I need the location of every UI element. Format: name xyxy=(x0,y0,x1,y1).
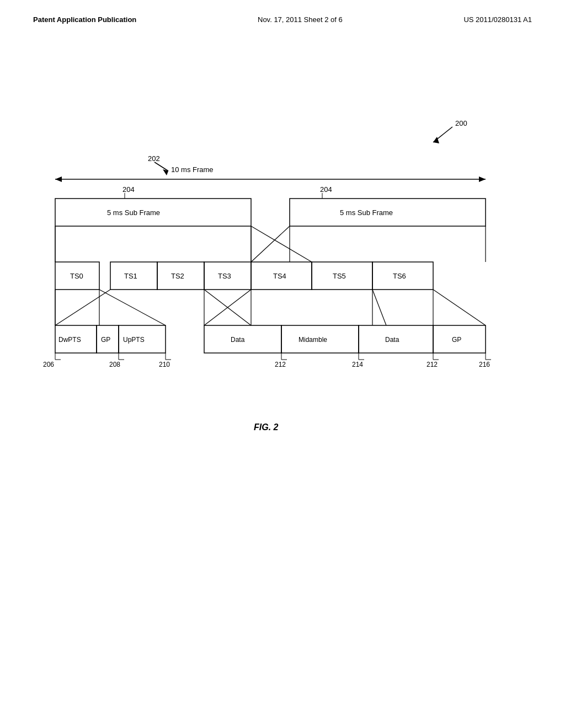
svg-text:5 ms Sub Frame: 5 ms Sub Frame xyxy=(107,208,160,217)
svg-text:212: 212 xyxy=(427,361,438,368)
header-left: Patent Application Publication xyxy=(33,15,136,24)
header-right: US 2011/0280131 A1 xyxy=(463,15,532,24)
svg-text:TS5: TS5 xyxy=(333,272,346,280)
svg-text:TS4: TS4 xyxy=(273,272,286,280)
svg-text:Data: Data xyxy=(385,336,399,344)
svg-rect-36 xyxy=(312,262,372,290)
svg-rect-53 xyxy=(55,325,97,353)
svg-line-43 xyxy=(99,290,166,325)
svg-marker-8 xyxy=(55,176,62,182)
svg-rect-55 xyxy=(97,325,119,353)
svg-rect-34 xyxy=(251,262,312,290)
svg-text:GP: GP xyxy=(101,336,110,344)
svg-text:214: 214 xyxy=(352,361,363,368)
svg-text:204: 204 xyxy=(122,185,135,194)
svg-text:Data: Data xyxy=(231,336,245,344)
svg-rect-61 xyxy=(281,325,359,353)
svg-marker-1 xyxy=(433,137,439,143)
svg-text:TS1: TS1 xyxy=(124,272,137,280)
svg-text:TS6: TS6 xyxy=(393,272,406,280)
svg-text:212: 212 xyxy=(275,361,286,368)
svg-text:DwPTS: DwPTS xyxy=(58,336,81,344)
svg-line-24 xyxy=(251,226,312,262)
svg-text:Midamble: Midamble xyxy=(299,336,327,344)
svg-text:200: 200 xyxy=(455,119,467,127)
svg-text:216: 216 xyxy=(479,361,490,368)
svg-rect-63 xyxy=(359,325,433,353)
svg-rect-32 xyxy=(204,262,251,290)
svg-rect-16 xyxy=(290,199,486,226)
svg-text:10 ms Frame: 10 ms Frame xyxy=(171,165,214,174)
svg-rect-30 xyxy=(157,262,204,290)
svg-text:5 ms Sub Frame: 5 ms Sub Frame xyxy=(340,208,393,217)
svg-line-47 xyxy=(204,290,251,325)
svg-text:206: 206 xyxy=(43,361,54,368)
svg-text:GP: GP xyxy=(452,336,461,344)
svg-line-44 xyxy=(55,290,110,325)
svg-text:TS3: TS3 xyxy=(218,272,231,280)
svg-marker-5 xyxy=(163,169,168,175)
svg-text:UpPTS: UpPTS xyxy=(123,336,145,344)
svg-rect-59 xyxy=(204,325,281,353)
svg-marker-9 xyxy=(479,176,486,182)
svg-line-4 xyxy=(154,162,168,171)
header-center: Nov. 17, 2011 Sheet 2 of 6 xyxy=(258,15,343,24)
svg-rect-65 xyxy=(433,325,486,353)
svg-line-49 xyxy=(372,290,386,325)
svg-text:TS0: TS0 xyxy=(70,272,83,280)
svg-text:210: 210 xyxy=(159,361,170,368)
svg-rect-14 xyxy=(55,199,251,226)
svg-rect-38 xyxy=(372,262,433,290)
svg-line-25 xyxy=(251,226,290,262)
svg-text:202: 202 xyxy=(148,154,160,163)
svg-line-0 xyxy=(433,127,452,142)
svg-rect-26 xyxy=(55,262,99,290)
svg-text:TS2: TS2 xyxy=(171,272,184,280)
svg-line-48 xyxy=(204,290,251,325)
svg-text:204: 204 xyxy=(320,185,332,194)
svg-text:208: 208 xyxy=(109,361,120,368)
svg-rect-57 xyxy=(119,325,166,353)
svg-rect-28 xyxy=(110,262,157,290)
svg-line-50 xyxy=(433,290,486,325)
svg-text:FIG. 2: FIG. 2 xyxy=(254,422,279,432)
